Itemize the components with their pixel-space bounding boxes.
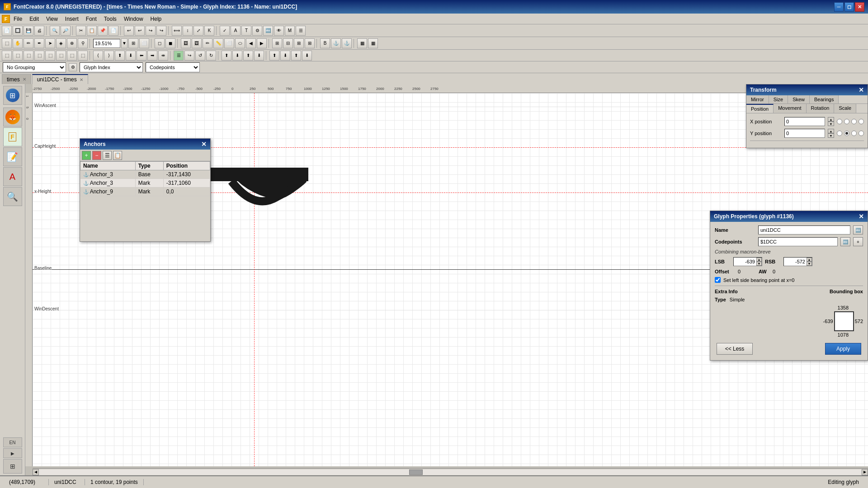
grouping-select[interactable]: No Grouping (3, 62, 66, 72)
tab-position[interactable]: Position (746, 104, 774, 113)
x-radio-2[interactable] (844, 119, 849, 124)
tb2-6[interactable]: ◈ (56, 38, 66, 48)
tb3-13[interactable]: ⬅ (137, 51, 146, 61)
tb2-8[interactable]: ⚲ (78, 38, 88, 48)
tb-find[interactable]: 🔍 (50, 26, 60, 36)
tab-skew[interactable]: Skew (788, 95, 810, 103)
tb-copy[interactable]: 📋 (87, 26, 97, 36)
tab-mirror[interactable]: Mirror (746, 95, 769, 103)
tb-new[interactable]: 🔲 (13, 26, 23, 36)
tb2-3[interactable]: ✏ (24, 38, 33, 48)
tb2-overlay[interactable]: ▦ (357, 38, 367, 48)
rsb-input[interactable] (784, 259, 807, 264)
less-button[interactable]: << Less (717, 343, 753, 355)
tb2-pencil[interactable]: ✏ (203, 38, 212, 48)
y-position-input[interactable] (784, 129, 825, 138)
tb3-22[interactable]: ⬇ (254, 51, 264, 61)
tb-char[interactable]: T (241, 26, 251, 36)
zoom-input[interactable] (93, 39, 120, 48)
tb2-1[interactable]: ⬚ (2, 38, 12, 48)
tb3-25[interactable]: ⬆ (291, 51, 301, 61)
y-radio-1[interactable] (837, 131, 842, 136)
app-menu-icon[interactable]: F (2, 15, 10, 23)
tb-undo[interactable]: ↩ (124, 26, 134, 36)
codepoints-input[interactable] (760, 239, 835, 244)
codepoints-select[interactable]: Codepoints (146, 62, 200, 72)
tb2-zoom-page[interactable]: ⬜ (139, 38, 149, 48)
menu-view[interactable]: View (42, 15, 61, 23)
tb-options[interactable]: ☰ (296, 26, 306, 36)
lsb-up[interactable]: ▲ (756, 258, 762, 262)
menu-help[interactable]: Help (147, 15, 165, 23)
tb2-bold[interactable]: B (320, 38, 330, 48)
tb3-19[interactable]: ⬆ (222, 51, 231, 61)
tab-times[interactable]: times ✕ (2, 74, 31, 84)
glyph-index-dropdown[interactable]: Glyph Index (80, 62, 143, 72)
tb3-24[interactable]: ⬇ (280, 51, 290, 61)
tb-transform[interactable]: ⤢ (193, 26, 203, 36)
tb3-12[interactable]: ⬇ (126, 51, 136, 61)
tb3-5[interactable]: ⬚ (45, 51, 55, 61)
x-position-spinner[interactable]: ▲ ▼ (828, 117, 834, 126)
tb-paste2[interactable]: 📄 (108, 26, 118, 36)
tb-find2[interactable]: 🔎 (61, 26, 71, 36)
x-radio-1[interactable] (837, 119, 842, 124)
tb2-table[interactable]: ⊞ (272, 38, 282, 48)
tb3-20[interactable]: ⬇ (232, 51, 242, 61)
tb2-table3[interactable]: ⊞ (294, 38, 304, 48)
codepoints-btn2[interactable]: + (853, 237, 863, 246)
tb2-nav1[interactable]: ◀ (246, 38, 256, 48)
tb3-15[interactable]: ⇺ (158, 51, 168, 61)
tb2-rect[interactable]: ⬜ (224, 38, 234, 48)
glyph-props-header[interactable]: Glyph Properties (glyph #1136) ✕ (710, 211, 868, 222)
tb-validate[interactable]: ✓ (220, 26, 230, 36)
tb3-1[interactable]: ⬚ (2, 51, 12, 61)
tb2-zoom-fit[interactable]: ⊞ (128, 38, 138, 48)
lsb-field[interactable]: ▲ ▼ (733, 257, 762, 266)
menu-tools[interactable]: Tools (100, 15, 120, 23)
menu-insert[interactable]: Insert (61, 15, 82, 23)
x-position-input[interactable] (784, 117, 825, 126)
tb2-select[interactable]: ◻ (155, 38, 165, 48)
y-radio-4[interactable] (859, 131, 864, 136)
tb2-line[interactable]: 📏 (213, 38, 223, 48)
tb3-18[interactable]: ↻ (206, 51, 216, 61)
tb-flip[interactable]: ↕ (183, 26, 193, 36)
sidebar-firefox-icon[interactable]: 🦊 (3, 108, 22, 127)
x-radio-3[interactable] (851, 119, 857, 124)
tb2-table4[interactable]: ⊞ (305, 38, 315, 48)
tb3-6[interactable]: ⬚ (56, 51, 66, 61)
name-value-field[interactable] (758, 225, 850, 235)
tb2-4[interactable]: ✒ (34, 38, 44, 48)
anchors-panel-header[interactable]: Anchors ✕ (80, 139, 210, 150)
scroll-right-btn[interactable]: ▶ (862, 469, 868, 475)
tb2-5[interactable]: ➤ (45, 38, 55, 48)
sidebar-bottom-icon[interactable]: ⊞ (3, 459, 22, 474)
y-radio-2[interactable] (844, 131, 849, 136)
tb3-14[interactable]: ➡ (147, 51, 157, 61)
tb2-ellipse[interactable]: ⬭ (235, 38, 245, 48)
tb-preview[interactable]: 👁 (274, 26, 284, 36)
tb-auto[interactable]: A (231, 26, 241, 36)
codepoints-dropdown[interactable]: Codepoints (146, 62, 200, 72)
tb2-img[interactable]: 🖼 (181, 38, 191, 48)
tb2-table2[interactable]: ⊟ (283, 38, 293, 48)
tb-save[interactable]: 💾 (24, 26, 33, 36)
tb-mirror[interactable]: ⟺ (172, 26, 182, 36)
tb2-img2[interactable]: 🖼 (192, 38, 202, 48)
sidebar-acrobat-icon[interactable]: A (3, 167, 22, 186)
tb2-anchor[interactable]: ⚓ (331, 38, 341, 48)
minimize-button[interactable]: ─ (834, 2, 844, 12)
x-up-btn[interactable]: ▲ (828, 117, 834, 122)
tb-metrics[interactable]: M (285, 26, 295, 36)
lsb-down[interactable]: ▼ (756, 262, 762, 266)
name-input[interactable] (760, 227, 848, 233)
tab-rotation[interactable]: Rotation (807, 104, 835, 113)
tb2-select2[interactable]: ◼ (165, 38, 175, 48)
tb-test[interactable]: 🔤 (263, 26, 273, 36)
tb-redo[interactable]: ↪ (146, 26, 156, 36)
lsb-input[interactable] (734, 259, 756, 264)
menu-edit[interactable]: Edit (26, 15, 42, 23)
grouping-dropdown[interactable]: No Grouping (3, 62, 66, 72)
scroll-left-btn[interactable]: ◀ (33, 469, 39, 475)
